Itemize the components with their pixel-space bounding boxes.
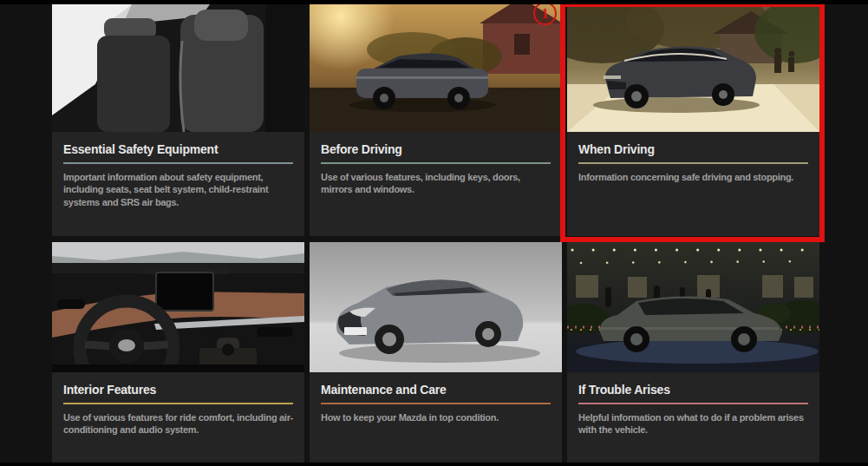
card-description: Use of various features, including keys,…: [321, 171, 551, 196]
card-essential-safety-equipment[interactable]: Essential Safety Equipment Important inf…: [52, 4, 304, 236]
car-interior-seats-photo: [52, 4, 304, 132]
card-title: Essential Safety Equipment: [63, 142, 293, 158]
card-description: How to keep your Mazda in top condition.: [321, 411, 551, 424]
title-underline: [578, 403, 808, 404]
card-when-driving[interactable]: When Driving Information concerning safe…: [567, 4, 819, 236]
suv-night-photo: [567, 242, 819, 372]
bottom-frame-bar: [0, 463, 868, 466]
suv-sunset-photo: [310, 4, 562, 132]
card-description: Information concerning safe driving and …: [578, 171, 808, 184]
card-title: Maintenance and Care: [321, 383, 551, 398]
card-if-trouble-arises[interactable]: If Trouble Arises Helpful information on…: [567, 242, 819, 466]
card-title: If Trouble Arises: [578, 383, 808, 398]
title-underline: [578, 162, 808, 164]
title-underline: [63, 403, 293, 404]
card-title: Before Driving: [321, 142, 551, 158]
title-underline: [321, 162, 551, 164]
card-title: When Driving: [578, 142, 808, 158]
suv-street-photo: [567, 4, 819, 132]
top-frame-bar: [0, 0, 868, 4]
card-description: Use of various features for ride comfort…: [63, 411, 293, 436]
suv-street-illustration: [567, 4, 819, 132]
suv-sunset-illustration: [310, 4, 562, 132]
card-title: Interior Features: [63, 383, 293, 398]
manual-chapter-menu: Essential Safety Equipment Important inf…: [0, 0, 868, 466]
card-maintenance-and-care[interactable]: Maintenance and Care How to keep your Ma…: [310, 242, 562, 466]
suv-night-illustration: [567, 242, 819, 372]
car-interior-seats-illustration: [52, 4, 304, 132]
dashboard-photo: [52, 242, 304, 372]
dashboard-illustration: [52, 242, 304, 372]
card-description: Helpful information on what to do if a p…: [578, 411, 808, 436]
card-description: Important information about safety equip…: [63, 171, 293, 209]
suv-studio-photo: [310, 242, 562, 372]
suv-studio-illustration: [310, 242, 562, 372]
title-underline: [321, 403, 551, 404]
title-underline: [63, 162, 293, 164]
card-before-driving[interactable]: Before Driving Use of various features, …: [310, 4, 562, 236]
card-interior-features[interactable]: Interior Features Use of various feature…: [52, 242, 304, 466]
